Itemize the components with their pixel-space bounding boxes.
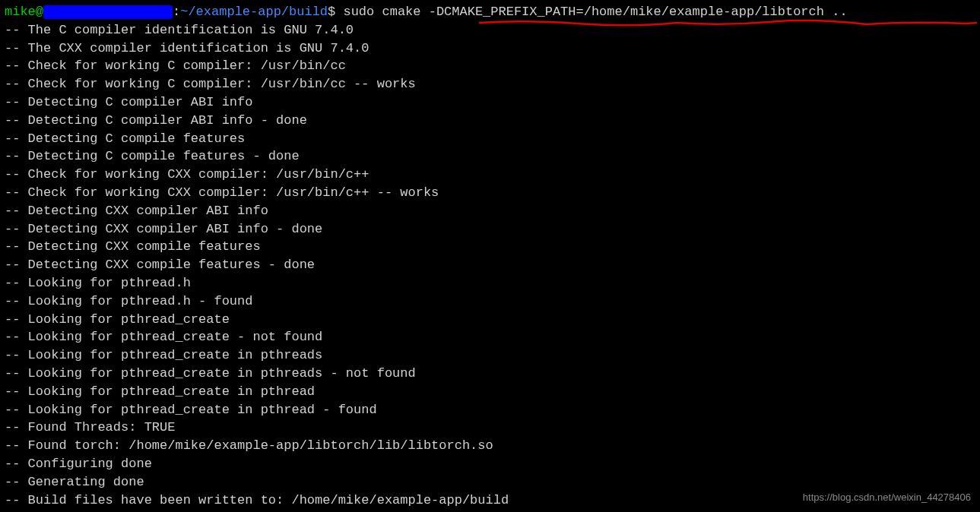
output-line: -- Looking for pthread_create [5, 311, 975, 329]
output-line: -- Detecting C compile features [5, 130, 975, 148]
output-line: -- The C compiler identification is GNU … [5, 21, 975, 40]
prompt-path: ~/example-app/build [180, 5, 328, 19]
output-line: -- Detecting CXX compiler ABI info - don… [5, 220, 975, 239]
output-line: -- Looking for pthread_create in pthread… [5, 365, 975, 383]
output-line: -- Looking for pthread_create in pthread… [5, 401, 975, 419]
output-line: -- Looking for pthread_create in pthread [5, 383, 975, 401]
output-line: -- The CXX compiler identification is GN… [5, 40, 975, 58]
output-line: -- Detecting CXX compile features [5, 238, 975, 256]
prompt-user: mike@ [5, 5, 43, 19]
output-line: -- Detecting CXX compiler ABI info [5, 202, 975, 220]
output-line: -- Check for working CXX compiler: /usr/… [5, 166, 975, 184]
prompt-hostname-redacted [43, 5, 173, 19]
prompt-line[interactable]: mike@:~/example-app/build$ sudo cmake -D… [5, 3, 975, 21]
output-line: -- Looking for pthread.h - found [5, 292, 975, 311]
output-line: -- Looking for pthread_create in pthread… [5, 346, 975, 365]
watermark: https://blog.csdn.net/weixin_44278406 [803, 491, 971, 504]
output-line: -- Looking for pthread_create - not foun… [5, 328, 975, 346]
output-line: -- Check for working C compiler: /usr/bi… [5, 75, 975, 93]
output-line: -- Found torch: /home/mike/example-app/l… [5, 437, 975, 455]
output-line: -- Detecting C compile features - done [5, 147, 975, 166]
terminal-output: -- The C compiler identification is GNU … [5, 21, 975, 510]
output-line: -- Found Threads: TRUE [5, 419, 975, 437]
prompt-separator: : [173, 5, 180, 19]
output-line: -- Looking for pthread.h [5, 274, 975, 292]
output-line: -- Check for working C compiler: /usr/bi… [5, 57, 975, 75]
output-line: -- Configuring done [5, 455, 975, 473]
output-line: -- Detecting CXX compile features - done [5, 256, 975, 274]
command-input[interactable]: sudo cmake -DCMAKE_PREFIX_PATH=/home/mik… [335, 5, 847, 19]
prompt-dollar: $ [328, 5, 335, 19]
output-line: -- Generating done [5, 473, 975, 491]
output-line: -- Detecting C compiler ABI info [5, 93, 975, 112]
output-line: -- Detecting C compiler ABI info - done [5, 112, 975, 130]
output-line: -- Check for working CXX compiler: /usr/… [5, 184, 975, 202]
